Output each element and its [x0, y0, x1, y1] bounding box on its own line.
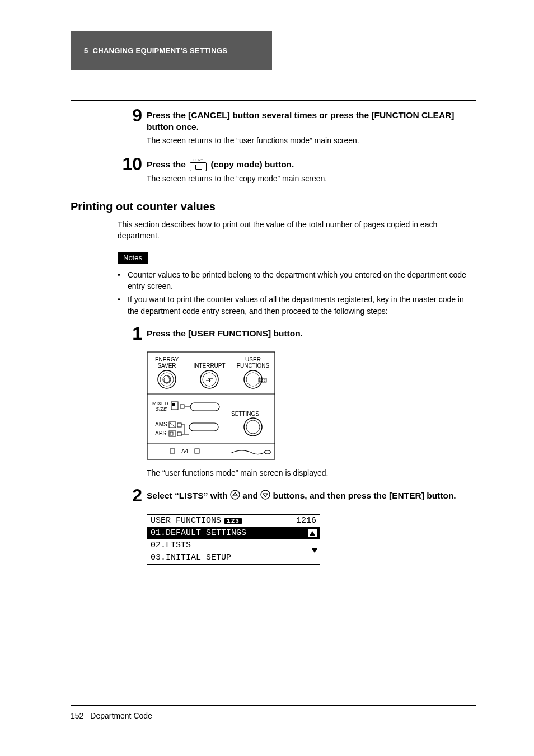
svg-text:AMS: AMS: [155, 421, 167, 428]
step-title: Press the [USER FUNCTIONS] button.: [147, 328, 476, 340]
svg-text:SIZE: SIZE: [156, 406, 167, 412]
lcd-title-row: USER FUNCTIONS 123 1216: [147, 515, 320, 527]
step-number: 10: [118, 155, 142, 173]
svg-rect-33: [170, 432, 173, 435]
note-text: If you want to print the counter values …: [128, 294, 476, 317]
copy-rect-icon: [190, 162, 207, 171]
step-body: Select “LISTS” with and buttons, and the…: [147, 489, 476, 505]
svg-text:FUNCTIONS: FUNCTIONS: [237, 363, 270, 369]
section-intro: This section describes how to print out …: [118, 219, 476, 242]
svg-marker-43: [233, 492, 237, 496]
lcd-badge: 123: [224, 518, 242, 524]
control-panel-illustration: ENERGY SAVER INTERRUPT USER FUNCTIONS 1 …: [147, 351, 476, 463]
step-body: Press the [CANCEL] button several times …: [147, 109, 476, 148]
svg-rect-40: [195, 449, 199, 453]
footer-rule: [71, 705, 476, 706]
step-9: 9 Press the [CANCEL] button several time…: [118, 109, 476, 148]
svg-point-25: [246, 420, 260, 434]
title-suffix: (copy mode) button.: [208, 159, 294, 169]
scroll-down-icon: [312, 552, 317, 564]
step-number: 1: [118, 325, 142, 342]
step-title: Press the COPY (copy mode) button.: [147, 158, 476, 171]
lcd-row: 02.LISTS: [147, 539, 320, 552]
svg-rect-22: [190, 403, 219, 411]
chapter-title: CHANGING EQUIPMENT'S SETTINGS: [93, 46, 228, 55]
content-rule: [71, 100, 476, 101]
step-10: 10 Press the COPY (copy mode) button. Th…: [118, 157, 476, 187]
step-body: Press the [USER FUNCTIONS] button.: [147, 327, 476, 342]
scroll-up-icon: [307, 529, 317, 538]
bullet-icon: •: [118, 294, 128, 317]
svg-point-12: [246, 373, 260, 386]
title-part-a: Select “LISTS” with: [147, 491, 230, 500]
step-1: 1 Press the [USER FUNCTIONS] button.: [118, 327, 476, 342]
bullet-icon: •: [118, 269, 128, 292]
svg-text:SAVER: SAVER: [157, 363, 176, 369]
lcd-row-selected: 01.DEFAULT SETTINGS: [147, 527, 320, 539]
svg-text:USER: USER: [245, 356, 261, 363]
footer-label: Department Code: [90, 711, 152, 720]
step-title: Select “LISTS” with and buttons, and the…: [147, 490, 476, 503]
copy-mode-icon: COPY: [189, 158, 207, 171]
lcd-screen: USER FUNCTIONS 123 1216 01.DEFAULT SETTI…: [147, 514, 320, 565]
note-item: • Counter values to be printed belong to…: [118, 269, 476, 292]
svg-point-44: [261, 490, 270, 499]
svg-text:MIXED: MIXED: [152, 401, 168, 406]
step-number: 9: [118, 106, 142, 124]
svg-text:INTERRUPT: INTERRUPT: [193, 363, 225, 369]
down-button-icon: [260, 490, 270, 503]
svg-text:APS: APS: [155, 430, 166, 436]
svg-marker-45: [263, 494, 268, 497]
step-body: Press the COPY (copy mode) button. The s…: [147, 157, 476, 187]
note-item: • If you want to print the counter value…: [118, 294, 476, 317]
chapter-header: 5 CHANGING EQUIPMENT'S SETTINGS: [71, 31, 272, 70]
svg-rect-36: [189, 423, 218, 431]
svg-point-42: [231, 490, 240, 499]
title-part-b: and: [240, 491, 260, 500]
svg-text:SETTINGS: SETTINGS: [231, 411, 259, 417]
page-number: 152: [71, 711, 83, 720]
step-1-after-text: The “user functions mode” main screen is…: [147, 468, 476, 477]
svg-text:ENERGY: ENERGY: [155, 356, 179, 363]
lcd-count: 1216: [296, 516, 316, 525]
control-panel-svg: ENERGY SAVER INTERRUPT USER FUNCTIONS 1 …: [147, 351, 275, 461]
page-footer: 152Department Code: [71, 705, 476, 720]
lcd-row-text: 02.LISTS: [151, 540, 191, 551]
footer-text: 152Department Code: [71, 711, 476, 720]
svg-rect-19: [172, 403, 175, 406]
svg-rect-28: [177, 423, 181, 427]
step-title: Press the [CANCEL] button several times …: [147, 110, 476, 133]
step-number: 2: [118, 486, 142, 504]
up-button-icon: [230, 490, 240, 503]
lcd-row: 03.INITIAL SETUP: [147, 552, 320, 564]
svg-rect-20: [180, 405, 184, 408]
notes-list: • Counter values to be printed belong to…: [118, 269, 476, 317]
copy-label: COPY: [189, 158, 207, 162]
note-text: Counter values to be printed belong to t…: [128, 269, 476, 292]
svg-text:1 2 3: 1 2 3: [259, 379, 265, 382]
lcd-row-text: 03.INITIAL SETUP: [151, 552, 231, 564]
svg-point-6: [158, 370, 176, 388]
section-heading: Printing out counter values: [71, 200, 476, 213]
step-description: The screen returns to the “user function…: [147, 135, 476, 147]
step-description: The screen returns to the “copy mode” ma…: [147, 173, 476, 185]
lcd-row-text: 01.DEFAULT SETTINGS: [151, 528, 246, 539]
svg-text:A4: A4: [181, 448, 189, 454]
lcd-title: USER FUNCTIONS: [151, 516, 221, 525]
svg-rect-34: [177, 432, 181, 436]
svg-rect-38: [170, 449, 175, 453]
step-2: 2 Select “LISTS” with and buttons, and t…: [118, 489, 476, 505]
page-content: 9 Press the [CANCEL] button several time…: [71, 100, 476, 565]
title-part-c: buttons, and then press the [ENTER] butt…: [270, 491, 456, 500]
title-prefix: Press the: [147, 159, 188, 169]
notes-badge: Notes: [118, 252, 148, 264]
svg-point-7: [160, 373, 174, 386]
chapter-number: 5: [84, 46, 88, 55]
svg-point-24: [244, 418, 262, 436]
